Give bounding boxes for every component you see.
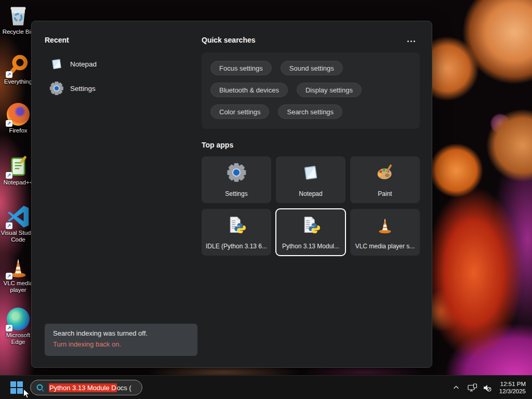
quick-searches-heading: Quick searches xyxy=(202,36,256,44)
top-app-tile-settings[interactable]: Settings xyxy=(202,156,271,203)
recent-heading: Recent xyxy=(45,36,69,44)
tile-label: VLC media player s... xyxy=(350,243,420,250)
paint-palette-icon xyxy=(376,163,394,182)
tile-label: Settings xyxy=(202,190,271,197)
shortcut-arrow-icon: ↗ xyxy=(6,222,12,229)
indexing-notice-message: Search indexing was turned off. xyxy=(53,329,189,337)
vlc-cone-icon xyxy=(376,216,394,234)
recycle-bin-icon xyxy=(7,4,30,27)
search-icon xyxy=(36,383,45,392)
tile-label: IDLE (Python 3.13 6... xyxy=(202,243,271,250)
tile-label: Paint xyxy=(350,190,420,197)
quick-search-chip[interactable]: Sound settings xyxy=(281,61,343,75)
shortcut-arrow-icon: ↗ xyxy=(6,71,12,78)
quick-search-chip[interactable]: Bluetooth & devices xyxy=(210,83,288,97)
quick-search-chip[interactable]: Search settings xyxy=(278,104,342,119)
top-apps-heading: Top apps xyxy=(202,141,233,149)
quick-search-chip[interactable]: Color settings xyxy=(210,104,269,119)
selected-search-text: Python 3.13 Module D xyxy=(49,383,117,392)
top-apps-grid: Settings Notepad xyxy=(202,156,420,256)
top-app-tile-python-docs[interactable]: Python 3.13 Modul... xyxy=(276,209,345,256)
quick-search-chip[interactable]: Display settings xyxy=(297,83,362,97)
hidden-icons-chevron-icon[interactable] xyxy=(449,381,463,394)
recent-item-label: Notepad xyxy=(70,60,97,68)
shortcut-arrow-icon: ↗ xyxy=(6,273,12,280)
indexing-notice: Search indexing was turned off. Turn ind… xyxy=(45,324,197,356)
top-app-tile-paint[interactable]: Paint xyxy=(350,156,420,203)
tile-label: Python 3.13 Modul... xyxy=(276,243,345,250)
python-document-icon xyxy=(301,216,320,234)
top-app-tile-vlc[interactable]: VLC media player s... xyxy=(350,209,420,256)
turn-indexing-on-link[interactable]: Turn indexing back on. xyxy=(53,340,189,348)
settings-gear-icon xyxy=(50,82,63,95)
windows-logo-icon xyxy=(10,381,23,394)
tile-label: Notepad xyxy=(276,190,345,197)
top-app-tile-notepad[interactable]: Notepad xyxy=(276,156,345,203)
firefox-icon: ↗ xyxy=(7,103,30,126)
notepad-plus-plus-icon: ↗ xyxy=(7,155,30,178)
shortcut-arrow-icon: ↗ xyxy=(6,325,12,331)
volume-muted-icon[interactable] xyxy=(481,381,494,394)
quick-search-chip[interactable]: Focus settings xyxy=(210,61,272,75)
system-tray: 12:51 PM 12/3/2025 xyxy=(449,376,532,399)
more-options-icon[interactable] xyxy=(404,37,418,45)
recent-item-settings[interactable]: Settings xyxy=(45,77,190,100)
search-panel: Recent Notepad Settings xyxy=(31,21,432,368)
network-icon[interactable] xyxy=(466,381,480,394)
notepad-icon xyxy=(50,57,63,71)
clock-time: 12:51 PM xyxy=(499,380,526,388)
notepad-icon xyxy=(301,163,320,182)
everything-icon: ↗ xyxy=(7,54,30,77)
clock-date: 12/3/2025 xyxy=(499,388,526,395)
vlc-icon: ↗ xyxy=(7,256,30,278)
settings-gear-icon xyxy=(227,163,246,182)
taskbar-clock[interactable]: 12:51 PM 12/3/2025 xyxy=(499,380,526,395)
taskbar-search-input[interactable]: Python 3.13 Module Docs ( xyxy=(30,380,142,395)
quick-searches-card: Focus settings Sound settings Bluetooth … xyxy=(202,52,420,129)
shortcut-arrow-icon: ↗ xyxy=(6,172,12,179)
top-app-tile-idle-python[interactable]: IDLE (Python 3.13 6... xyxy=(202,209,271,256)
edge-icon: ↗ xyxy=(7,308,30,330)
python-document-icon xyxy=(227,216,246,234)
recent-item-label: Settings xyxy=(70,85,96,92)
start-button[interactable] xyxy=(8,379,25,396)
search-text: Python 3.13 Module Docs ( xyxy=(49,384,131,392)
taskbar: Python 3.13 Module Docs ( xyxy=(0,375,532,399)
unselected-search-text: ocs ( xyxy=(117,384,131,392)
recent-item-notepad[interactable]: Notepad xyxy=(45,52,190,75)
vscode-icon: ↗ xyxy=(7,205,30,228)
desktop: Recycle Bin ↗ Everything ↗ Firefox xyxy=(0,0,532,399)
shortcut-arrow-icon: ↗ xyxy=(6,120,12,127)
